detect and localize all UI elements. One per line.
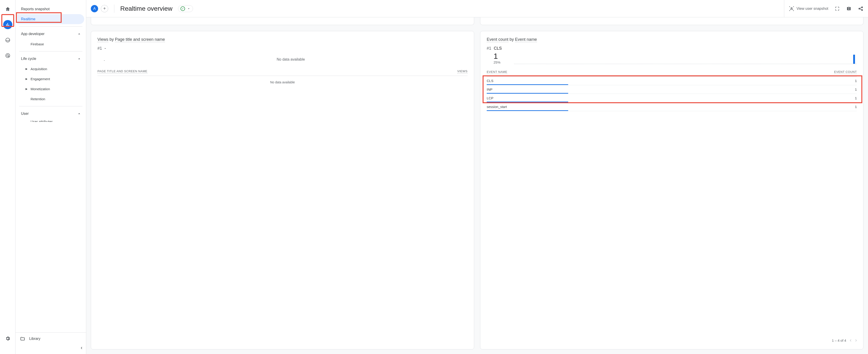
nav-library[interactable]: Library	[16, 332, 86, 344]
add-comparison-button[interactable]: +	[101, 5, 108, 12]
col-event-count: EVENT COUNT	[834, 70, 857, 74]
row-count: 1	[855, 79, 857, 83]
caret-right-icon: ▶	[26, 77, 27, 80]
pager: 1 – 4 of 4 ‹ ›	[487, 333, 857, 343]
title-metric: Views	[97, 37, 108, 42]
divider	[19, 106, 82, 106]
nav-reports-snapshot[interactable]: Reports snapshot	[17, 4, 84, 14]
title-by: by	[508, 37, 515, 42]
divider	[19, 51, 82, 51]
table-header: PAGE TITLE AND SCREEN NAME VIEWS	[97, 68, 468, 76]
page-title: Realtime overview	[120, 5, 173, 12]
dash: -	[104, 59, 105, 62]
row-count: 1	[855, 105, 857, 109]
svg-point-3	[791, 7, 792, 9]
row-name: LCP	[487, 96, 493, 100]
advertising-icon[interactable]	[3, 51, 12, 60]
nav-user[interactable]: User	[17, 109, 84, 119]
title-metric: Event count	[487, 37, 508, 42]
nav-realtime[interactable]: Realtime	[17, 14, 84, 24]
nav-label: User	[21, 112, 29, 116]
caret-right-icon: ▶	[26, 67, 27, 70]
main: A + Realtime overview ✓ View user snapsh…	[86, 0, 868, 354]
table-header: EVENT NAME EVENT COUNT	[487, 68, 857, 76]
caret-right-icon: ▶	[26, 87, 27, 91]
card-stub-right	[480, 17, 863, 25]
col-event-name: EVENT NAME	[487, 70, 507, 74]
col-views: VIEWS	[457, 69, 468, 73]
rank-value: CLS	[494, 46, 502, 50]
nav-label: Life cycle	[21, 57, 36, 61]
table-row[interactable]: LCP1	[487, 94, 857, 103]
top-rank: #1 CLS	[487, 46, 857, 51]
chevron-up-icon	[77, 111, 82, 116]
row-name: session_start	[487, 105, 507, 109]
svg-rect-6	[848, 7, 849, 11]
table-row[interactable]: CLS1	[487, 76, 857, 85]
rank-number: #1	[487, 46, 491, 50]
compare-icon[interactable]	[846, 6, 851, 11]
chevron-up-icon	[77, 57, 82, 61]
topbar: A + Realtime overview ✓ View user snapsh…	[86, 0, 868, 17]
audience-chip[interactable]: A	[91, 5, 98, 12]
card-title: Views by Page title and screen name	[97, 37, 468, 42]
nav-label: Monetization	[31, 87, 50, 91]
nav-label: App developer	[21, 32, 44, 36]
settings-icon[interactable]	[3, 334, 12, 343]
user-snapshot-icon	[789, 6, 794, 11]
pager-text: 1 – 4 of 4	[832, 339, 846, 342]
reports-icon[interactable]	[3, 20, 12, 29]
nav-app-developer[interactable]: App developer	[17, 29, 84, 39]
no-data-top: No data available	[114, 58, 468, 62]
pager-prev-icon[interactable]: ‹	[850, 338, 851, 343]
rank-number: #1	[97, 46, 102, 50]
row-bar	[487, 102, 568, 102]
title-dimension: Event name	[515, 37, 537, 42]
nav-monetization[interactable]: ▶ Monetization	[17, 84, 84, 94]
share-icon[interactable]	[858, 6, 863, 11]
nav-engagement[interactable]: ▶ Engagement	[17, 74, 84, 84]
card-title: Event count by Event name	[487, 37, 857, 42]
svg-rect-4	[847, 7, 848, 10]
content: Views by Page title and screen name #1 -…	[86, 17, 868, 354]
explore-icon[interactable]	[3, 36, 12, 45]
fullscreen-icon[interactable]	[835, 6, 840, 11]
col-page-title: PAGE TITLE AND SCREEN NAME	[97, 69, 147, 73]
nav-label: Engagement	[31, 77, 50, 81]
row-bar	[487, 93, 568, 94]
collapse-sidebar-icon[interactable]: ‹	[81, 345, 86, 351]
no-data: No data available	[97, 80, 468, 84]
row-count: 1	[855, 96, 857, 100]
title-by: by	[108, 37, 115, 42]
nav-firebase[interactable]: Firebase	[17, 39, 84, 49]
card-stub-left	[91, 17, 474, 25]
check-icon: ✓	[181, 6, 185, 11]
status-pill[interactable]: ✓	[178, 5, 193, 12]
spark-bar	[853, 55, 855, 64]
chevron-down-icon	[187, 7, 190, 10]
pager-next-icon[interactable]: ›	[855, 338, 857, 343]
sidebar: Reports snapshot Realtime App developer …	[16, 0, 86, 354]
card-events: Event count by Event name #1 CLS 1 25%	[480, 31, 863, 349]
card-views: Views by Page title and screen name #1 -…	[91, 31, 474, 349]
row-bar	[487, 84, 568, 85]
row-bar	[487, 110, 568, 111]
table-row[interactable]: session_start1	[487, 103, 857, 111]
snapshot-label: View user snapshot	[797, 7, 828, 11]
nav-label: Acquisition	[31, 67, 47, 71]
row-count: 1	[855, 87, 857, 91]
svg-rect-5	[849, 7, 851, 10]
row-name: INP	[487, 87, 492, 91]
title-dimension: Page title and screen name	[115, 37, 165, 42]
nav-acquisition[interactable]: ▶ Acquisition	[17, 64, 84, 74]
library-icon	[20, 336, 25, 341]
nav-user-attributes-cut: User attributes	[17, 119, 84, 122]
nav-life-cycle[interactable]: Life cycle	[17, 54, 84, 64]
chevron-up-icon	[77, 32, 82, 36]
table-row[interactable]: INP1	[487, 85, 857, 94]
view-user-snapshot-button[interactable]: View user snapshot	[789, 6, 828, 11]
nav-retention[interactable]: Retention	[17, 94, 84, 104]
home-icon[interactable]	[3, 5, 12, 14]
sparkline	[514, 54, 857, 64]
library-label: Library	[29, 337, 40, 341]
